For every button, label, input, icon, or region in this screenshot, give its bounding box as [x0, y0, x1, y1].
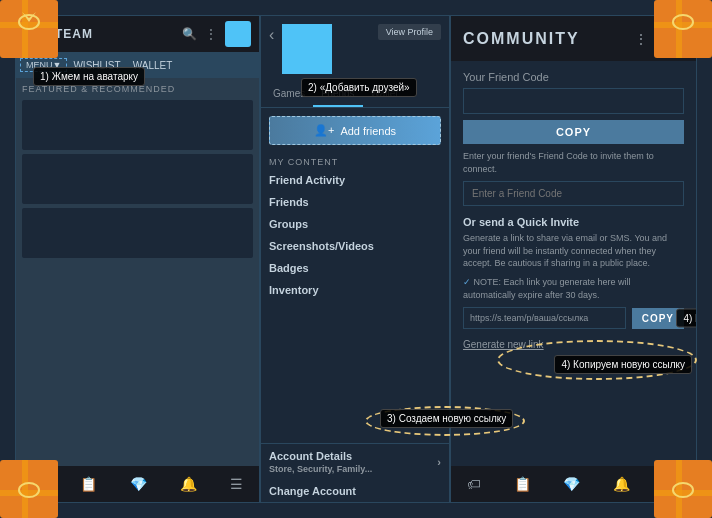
content-inventory[interactable]: Inventory	[261, 279, 449, 301]
annotation-tooltip-4-overlay: 4) Копируем новую ссылку	[554, 355, 692, 374]
gift-box-tl	[0, 0, 58, 58]
search-icon[interactable]: 🔍	[181, 26, 197, 42]
helper-text: Enter your friend's Friend Code to invit…	[463, 150, 684, 175]
comm-nav-tag[interactable]: 🏷	[467, 476, 481, 492]
bottom-nav-bell[interactable]: 🔔	[180, 476, 197, 492]
content-friend-activity[interactable]: Friend Activity	[261, 169, 449, 191]
left-content: FEATURED & RECOMMENDED	[16, 78, 259, 466]
community-more-icon[interactable]: ⋮	[634, 31, 648, 47]
view-profile-button[interactable]: View Profile	[378, 24, 441, 40]
back-arrow-icon[interactable]: ‹	[269, 26, 274, 44]
header-icons: 🔍 ⋮	[181, 21, 251, 47]
comm-nav-bell[interactable]: 🔔	[613, 476, 630, 492]
quick-invite-desc: Generate a link to share via email or SM…	[463, 232, 684, 270]
add-friends-button[interactable]: 👤+ Add friends	[269, 116, 441, 145]
friend-code-label: Your Friend Code	[463, 71, 684, 83]
add-friends-label: Add friends	[340, 125, 396, 137]
content-badges[interactable]: Badges	[261, 257, 449, 279]
bottom-nav-list[interactable]: 📋	[80, 476, 97, 492]
right-panel: COMMUNITY ⋮ Your Friend Code COPY Enter …	[450, 15, 697, 503]
svg-rect-9	[0, 490, 58, 496]
friend-code-input[interactable]	[463, 88, 684, 114]
generate-link-button[interactable]: Generate new link	[463, 339, 544, 350]
link-note-text: NOTE: Each link you generate here will a…	[463, 277, 631, 300]
add-friends-icon: 👤+	[314, 124, 334, 137]
gift-box-tr	[654, 0, 712, 58]
svg-rect-13	[654, 490, 712, 496]
account-sub-text: Store, Security, Family...	[269, 464, 372, 474]
profile-header: ‹ View Profile	[261, 16, 449, 82]
invite-code-input[interactable]	[463, 181, 684, 206]
content-friends[interactable]: Friends	[261, 191, 449, 213]
change-account-item[interactable]: Change Account	[261, 480, 449, 502]
community-title: COMMUNITY	[463, 30, 580, 48]
friend-code-section: Your Friend Code COPY Enter your friend'…	[463, 71, 684, 206]
account-title-text: Account Details	[269, 450, 352, 462]
annotation-tooltip-1: 1) Жмем на аватарку	[33, 67, 145, 86]
my-content-label: MY CONTENT	[261, 153, 449, 169]
annotation-tooltip-4: 4) Копируем новую ссылку	[676, 309, 696, 328]
account-title[interactable]: Account Details Store, Security, Family.…	[269, 450, 441, 474]
svg-rect-8	[0, 460, 58, 518]
svg-rect-14	[676, 460, 682, 518]
content-screenshots[interactable]: Screenshots/Videos	[261, 235, 449, 257]
annotation-tooltip-3: 3) Создаем новую ссылку	[380, 409, 513, 428]
account-arrow-icon: ›	[437, 456, 441, 468]
bottom-nav-gem[interactable]: 💎	[130, 476, 147, 492]
featured-item-1	[22, 100, 253, 150]
svg-rect-5	[654, 22, 712, 28]
annotation-tooltip-2: 2) «Добавить друзей»	[301, 78, 417, 97]
link-expiry-note: ✓ NOTE: Each link you generate here will…	[463, 276, 684, 301]
featured-items	[22, 100, 253, 258]
bottom-nav-menu[interactable]: ☰	[230, 476, 243, 492]
gift-box-br	[654, 460, 712, 518]
copy-code-button[interactable]: COPY	[463, 120, 684, 144]
more-icon[interactable]: ⋮	[203, 26, 219, 42]
content-groups[interactable]: Groups	[261, 213, 449, 235]
svg-rect-10	[22, 460, 28, 518]
profile-avatar[interactable]	[282, 24, 332, 74]
check-icon: ✓	[463, 277, 471, 287]
svg-rect-12	[654, 460, 712, 518]
featured-item-3	[22, 208, 253, 258]
user-avatar-small[interactable]	[225, 21, 251, 47]
link-url-text: https://s.team/p/ваша/ссылка	[463, 307, 626, 329]
quick-invite-section: Or send a Quick Invite Generate a link t…	[463, 216, 684, 352]
middle-panel: ‹ View Profile 2) «Добавить друзей» Game…	[260, 15, 450, 503]
account-section: Account Details Store, Security, Family.…	[261, 443, 449, 480]
featured-item-2	[22, 154, 253, 204]
main-container: STEAM 🔍 ⋮ MENU▼ WISHLIST WALLET 1) Жмем …	[15, 15, 697, 503]
community-content: Your Friend Code COPY Enter your friend'…	[451, 61, 696, 466]
left-panel: STEAM 🔍 ⋮ MENU▼ WISHLIST WALLET 1) Жмем …	[15, 15, 260, 503]
link-row: https://s.team/p/ваша/ссылка COPY 4) Коп…	[463, 307, 684, 329]
content-list: Friend Activity Friends Groups Screensho…	[261, 169, 449, 443]
quick-invite-title: Or send a Quick Invite	[463, 216, 684, 228]
svg-rect-1	[0, 22, 58, 28]
comm-nav-gem[interactable]: 💎	[563, 476, 580, 492]
gift-box-bl	[0, 460, 58, 518]
comm-nav-list[interactable]: 📋	[514, 476, 531, 492]
